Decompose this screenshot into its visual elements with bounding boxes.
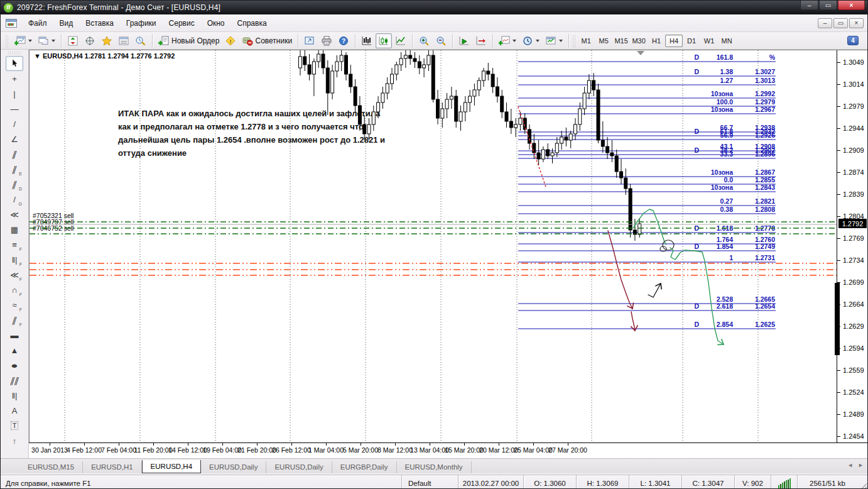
chart-tab-eurusd-h4[interactable]: EURUSD,H4 [142,460,201,473]
equidistant-channel-tool[interactable]: ∥D [6,177,23,192]
menu-item-5[interactable]: Сервис [163,16,201,30]
tab-scroll-left-icon[interactable]: ◄ [847,462,853,468]
regression-channel-tool[interactable]: ∥ [6,146,23,162]
print-button[interactable] [318,33,335,48]
timeframe-m1-button[interactable]: M1 [577,35,595,47]
child-close-button[interactable]: × [849,18,864,28]
text-tool[interactable]: A [6,403,23,418]
chart-shift-button[interactable] [473,33,489,48]
fibo-arcs-tool[interactable]: ∩F [6,282,23,297]
fib-level-ratio: 10зона [711,184,733,191]
fibo-expansion-tool[interactable]: ≈F [6,297,23,312]
navigator-button[interactable] [99,33,115,48]
gann-line-tool[interactable]: /G [6,192,23,207]
menu-item-1[interactable]: Файл [22,16,53,30]
fibo-timezones-tool[interactable]: ‖|F [6,252,23,267]
chart-candlesticks-icon [378,36,389,46]
menu-item-3[interactable]: Вставка [79,16,120,30]
chart-tab-eurusd-h1[interactable]: EURUSD,H1 [83,461,141,473]
chart-tab-eurusd-daily[interactable]: EURUSD,Daily [201,461,266,473]
indicators-button[interactable] [496,33,519,48]
candle-body [358,106,361,124]
vertical-line-tool[interactable]: | [6,86,23,101]
timeframe-w1-button[interactable]: W1 [700,35,718,47]
time-tick [153,443,154,446]
trend-angle-tool[interactable]: ∠ [6,131,23,146]
chart-tab-eurusd-monthly[interactable]: EURUSD,Monthly [397,461,472,473]
timeframe-m15-button[interactable]: M15 [612,35,630,47]
chart-bars-button[interactable] [359,33,375,48]
chart-plot-area[interactable]: ▼ EURUSD,H4 1.2781 1.2794 1.2776 1.2792 … [30,50,837,442]
notification-badge[interactable]: 4 [847,36,859,45]
timeframe-h1-button[interactable]: H1 [648,35,665,47]
cycle-lines-tool[interactable]: ‖| [6,388,23,403]
fibo-channel-tool[interactable]: ∥F [6,312,23,327]
data-window-button[interactable] [82,33,98,48]
ellipse-tool[interactable]: ● [6,358,23,373]
cursor-tool[interactable] [6,56,23,71]
alert-diamond-button[interactable]: ! [222,33,239,48]
templates-button[interactable] [543,33,565,48]
child-restore-button[interactable]: ▭ [833,18,848,28]
chart-line-button[interactable] [393,33,409,48]
new-chart-button[interactable] [12,33,35,48]
time-tick-label: 1 Mar 04:00 [308,446,344,454]
price-scale[interactable]: 1.30491.30141.29791.29441.29091.28741.28… [837,50,867,442]
menu-item-2[interactable]: Вид [53,16,80,30]
rectangle-tool[interactable]: ▬ [6,327,23,343]
toolbar-separator [568,34,569,48]
new-order-button[interactable]: Новый Ордер [156,33,222,48]
candle-body [464,102,467,112]
terminal-button[interactable] [116,33,132,48]
price-tick [837,216,840,217]
chevron-down-icon [28,40,32,42]
chart-tab-eurgbp-daily[interactable]: EURGBP,Daily [332,461,397,473]
price-tick-label: 1.2699 [843,278,864,286]
chart-canvas[interactable]: ИТАК ПАРА как и ожидалось достигла наших… [30,50,837,442]
pitchfork-tool[interactable]: ∥∥ [6,373,23,388]
resize-grip[interactable] [857,475,867,489]
gann-fan-tool[interactable]: ≪ [6,207,23,222]
profiles-button[interactable] [35,33,58,48]
timeframe-m30-button[interactable]: M30 [630,35,648,47]
fibo-fan-tool[interactable]: ≪F [6,267,23,282]
gann-grid-tool[interactable]: ▦ [6,222,23,237]
minimize-button[interactable]: – [800,1,818,10]
menu-item-6[interactable]: Окно [201,16,231,30]
chart-tab-eurusd-m15[interactable]: EURUSD,M15 [19,461,83,473]
triangle-tool[interactable]: ▲ [6,343,23,358]
time-axis[interactable]: 30 Jan 20134 Feb 12:007 Feb 04:0011 Feb … [29,442,867,458]
stddev-channel-tool[interactable]: ∥E [6,162,23,177]
tab-scroll-right-icon[interactable]: ► [858,462,864,468]
arrow-tool[interactable]: ↑ [6,433,23,448]
crosshair-tool[interactable]: + [6,71,23,86]
horizontal-line-tool[interactable]: — [6,101,23,116]
timeframe-m5-button[interactable]: M5 [595,35,612,47]
fibo-retracement-tool[interactable]: ≡F [6,237,23,252]
status-profile[interactable]: Default [401,475,458,489]
maximize-button[interactable]: ▭ [819,1,837,10]
child-minimize-button[interactable]: – [818,18,832,28]
expert-advisors-button[interactable]: Советники [239,33,295,48]
timeframe-h4-button[interactable]: H4 [665,35,683,47]
timeframe-d1-button[interactable]: D1 [683,35,700,47]
menu-item-7[interactable]: Справка [231,16,273,30]
black-arrow-mark[interactable] [648,283,661,297]
fullscreen-button[interactable] [301,33,318,48]
chart-candlesticks-button[interactable] [376,33,392,48]
zoom-in-button[interactable] [416,33,432,48]
trendline-tool[interactable]: / [6,116,23,131]
menu-item-4[interactable]: Графики [120,16,163,30]
timeframe-mn-button[interactable]: MN [718,35,735,47]
text-label-tool[interactable]: T [6,418,23,433]
help-button[interactable]: ? [335,33,352,48]
auto-scroll-button[interactable] [456,33,472,48]
zoom-out-button[interactable] [433,33,449,48]
toolbar-separator [61,34,62,48]
periods-button[interactable] [519,33,542,48]
strategy-tester-button[interactable] [133,33,149,48]
close-button[interactable]: × [838,1,865,10]
loop-doodle[interactable] [663,240,674,250]
chart-tab-eurusd-daily[interactable]: EURUSD,Daily [266,461,332,473]
market-watch-button[interactable] [65,33,81,48]
